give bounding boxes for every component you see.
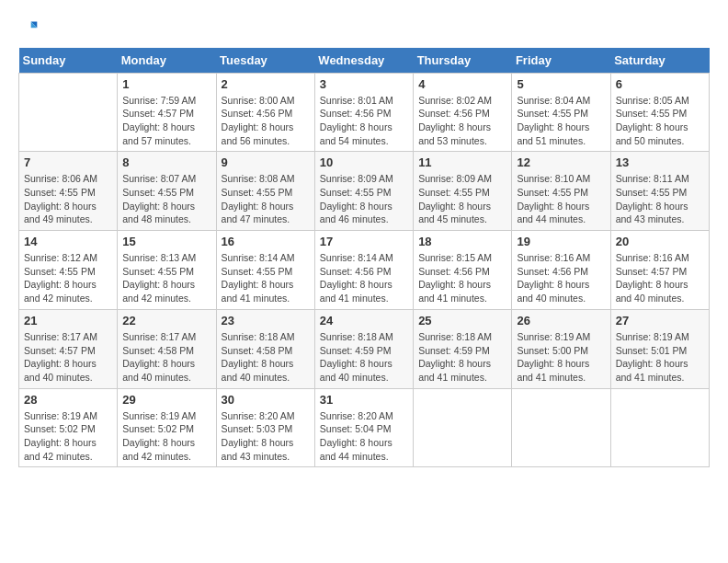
day-info: Sunrise: 7:59 AM Sunset: 4:57 PM Dayligh… <box>122 94 210 148</box>
day-number: 15 <box>122 235 210 248</box>
calendar-cell: 27Sunrise: 8:19 AM Sunset: 5:01 PM Dayli… <box>610 309 709 388</box>
day-info: Sunrise: 8:18 AM Sunset: 4:58 PM Dayligh… <box>222 330 310 385</box>
day-info: Sunrise: 8:12 AM Sunset: 4:55 PM Dayligh… <box>24 251 112 305</box>
calendar-cell: 24Sunrise: 8:18 AM Sunset: 4:59 PM Dayli… <box>314 309 413 388</box>
day-number: 29 <box>122 393 210 407</box>
calendar-cell: 2Sunrise: 8:00 AM Sunset: 4:56 PM Daylig… <box>216 73 314 152</box>
calendar-cell: 16Sunrise: 8:14 AM Sunset: 4:55 PM Dayli… <box>216 231 314 310</box>
day-info: Sunrise: 8:09 AM Sunset: 4:55 PM Dayligh… <box>320 172 408 226</box>
calendar-week-row: 1Sunrise: 7:59 AM Sunset: 4:57 PM Daylig… <box>19 73 710 152</box>
calendar-cell: 1Sunrise: 7:59 AM Sunset: 4:57 PM Daylig… <box>118 73 216 152</box>
calendar-cell: 23Sunrise: 8:18 AM Sunset: 4:58 PM Dayli… <box>216 309 314 388</box>
day-number: 18 <box>418 235 506 248</box>
day-number: 28 <box>24 393 112 407</box>
day-number: 4 <box>418 77 506 91</box>
day-info: Sunrise: 8:14 AM Sunset: 4:55 PM Dayligh… <box>222 251 310 305</box>
day-info: Sunrise: 8:13 AM Sunset: 4:55 PM Dayligh… <box>122 251 210 305</box>
day-info: Sunrise: 8:04 AM Sunset: 4:55 PM Dayligh… <box>517 94 605 148</box>
calendar-cell: 3Sunrise: 8:01 AM Sunset: 4:56 PM Daylig… <box>314 73 413 152</box>
weekday-header-saturday: Saturday <box>610 48 709 74</box>
day-info: Sunrise: 8:05 AM Sunset: 4:55 PM Dayligh… <box>616 94 704 148</box>
day-number: 12 <box>517 155 605 169</box>
day-number: 1 <box>122 77 210 91</box>
day-number: 24 <box>320 314 408 327</box>
day-number: 23 <box>222 314 310 327</box>
day-info: Sunrise: 8:06 AM Sunset: 4:55 PM Dayligh… <box>24 172 112 226</box>
calendar-cell: 4Sunrise: 8:02 AM Sunset: 4:56 PM Daylig… <box>414 73 512 152</box>
day-number: 21 <box>24 314 112 327</box>
calendar-cell: 25Sunrise: 8:18 AM Sunset: 4:59 PM Dayli… <box>414 309 512 388</box>
day-info: Sunrise: 8:19 AM Sunset: 5:02 PM Dayligh… <box>122 409 210 464</box>
day-info: Sunrise: 8:01 AM Sunset: 4:56 PM Dayligh… <box>320 94 408 148</box>
day-info: Sunrise: 8:11 AM Sunset: 4:55 PM Dayligh… <box>616 172 704 226</box>
calendar-week-row: 14Sunrise: 8:12 AM Sunset: 4:55 PM Dayli… <box>19 231 710 310</box>
calendar-cell <box>512 388 610 467</box>
calendar-cell: 26Sunrise: 8:19 AM Sunset: 5:00 PM Dayli… <box>512 309 610 388</box>
calendar-cell: 31Sunrise: 8:20 AM Sunset: 5:04 PM Dayli… <box>314 388 413 467</box>
calendar-cell: 20Sunrise: 8:16 AM Sunset: 4:57 PM Dayli… <box>610 231 709 310</box>
day-number: 20 <box>616 235 704 248</box>
day-info: Sunrise: 8:20 AM Sunset: 5:03 PM Dayligh… <box>222 409 310 464</box>
weekday-header-wednesday: Wednesday <box>314 48 413 74</box>
calendar-cell: 5Sunrise: 8:04 AM Sunset: 4:55 PM Daylig… <box>512 73 610 152</box>
day-info: Sunrise: 8:09 AM Sunset: 4:55 PM Dayligh… <box>418 172 506 226</box>
calendar-cell: 10Sunrise: 8:09 AM Sunset: 4:55 PM Dayli… <box>314 152 413 231</box>
day-info: Sunrise: 8:07 AM Sunset: 4:55 PM Dayligh… <box>122 172 210 226</box>
day-info: Sunrise: 8:17 AM Sunset: 4:58 PM Dayligh… <box>122 330 210 385</box>
calendar-cell: 19Sunrise: 8:16 AM Sunset: 4:56 PM Dayli… <box>512 231 610 310</box>
calendar-cell: 22Sunrise: 8:17 AM Sunset: 4:58 PM Dayli… <box>118 309 216 388</box>
day-info: Sunrise: 8:18 AM Sunset: 4:59 PM Dayligh… <box>418 330 506 385</box>
day-number: 22 <box>122 314 210 327</box>
day-number: 8 <box>122 155 210 169</box>
day-number: 13 <box>616 155 704 169</box>
calendar-cell: 8Sunrise: 8:07 AM Sunset: 4:55 PM Daylig… <box>118 152 216 231</box>
day-number: 11 <box>418 155 506 169</box>
day-number: 2 <box>222 77 310 91</box>
calendar-cell: 9Sunrise: 8:08 AM Sunset: 4:55 PM Daylig… <box>216 152 314 231</box>
calendar-cell <box>610 388 709 467</box>
day-info: Sunrise: 8:02 AM Sunset: 4:56 PM Dayligh… <box>418 94 506 148</box>
calendar-cell: 14Sunrise: 8:12 AM Sunset: 4:55 PM Dayli… <box>19 231 118 310</box>
day-number: 14 <box>24 235 112 248</box>
day-number: 5 <box>517 77 605 91</box>
calendar-cell: 11Sunrise: 8:09 AM Sunset: 4:55 PM Dayli… <box>414 152 512 231</box>
day-number: 25 <box>418 314 506 327</box>
day-info: Sunrise: 8:17 AM Sunset: 4:57 PM Dayligh… <box>24 330 112 385</box>
day-number: 7 <box>24 155 112 169</box>
day-number: 9 <box>222 155 310 169</box>
day-info: Sunrise: 8:15 AM Sunset: 4:56 PM Dayligh… <box>418 251 506 305</box>
day-number: 17 <box>320 235 408 248</box>
day-info: Sunrise: 8:16 AM Sunset: 4:56 PM Dayligh… <box>517 251 605 305</box>
day-info: Sunrise: 8:14 AM Sunset: 4:56 PM Dayligh… <box>320 251 408 305</box>
logo <box>18 18 42 39</box>
day-number: 10 <box>320 155 408 169</box>
day-number: 30 <box>222 393 310 407</box>
calendar-cell: 7Sunrise: 8:06 AM Sunset: 4:55 PM Daylig… <box>19 152 118 231</box>
calendar-cell: 12Sunrise: 8:10 AM Sunset: 4:55 PM Dayli… <box>512 152 610 231</box>
calendar-cell <box>414 388 512 467</box>
calendar-cell: 30Sunrise: 8:20 AM Sunset: 5:03 PM Dayli… <box>216 388 314 467</box>
calendar-cell: 21Sunrise: 8:17 AM Sunset: 4:57 PM Dayli… <box>19 309 118 388</box>
calendar-cell <box>19 73 118 152</box>
calendar-cell: 28Sunrise: 8:19 AM Sunset: 5:02 PM Dayli… <box>19 388 118 467</box>
day-info: Sunrise: 8:19 AM Sunset: 5:01 PM Dayligh… <box>616 330 704 385</box>
day-number: 26 <box>517 314 605 327</box>
weekday-header-friday: Friday <box>512 48 610 74</box>
day-info: Sunrise: 8:16 AM Sunset: 4:57 PM Dayligh… <box>616 251 704 305</box>
weekday-header-tuesday: Tuesday <box>216 48 314 74</box>
weekday-header-thursday: Thursday <box>414 48 512 74</box>
day-info: Sunrise: 8:19 AM Sunset: 5:00 PM Dayligh… <box>517 330 605 385</box>
calendar-week-row: 7Sunrise: 8:06 AM Sunset: 4:55 PM Daylig… <box>19 152 710 231</box>
day-info: Sunrise: 8:19 AM Sunset: 5:02 PM Dayligh… <box>24 409 112 464</box>
calendar-cell: 18Sunrise: 8:15 AM Sunset: 4:56 PM Dayli… <box>414 231 512 310</box>
day-info: Sunrise: 8:08 AM Sunset: 4:55 PM Dayligh… <box>222 172 310 226</box>
calendar-week-row: 21Sunrise: 8:17 AM Sunset: 4:57 PM Dayli… <box>19 309 710 388</box>
day-number: 3 <box>320 77 408 91</box>
calendar-week-row: 28Sunrise: 8:19 AM Sunset: 5:02 PM Dayli… <box>19 388 710 467</box>
day-info: Sunrise: 8:10 AM Sunset: 4:55 PM Dayligh… <box>517 172 605 226</box>
weekday-header-row: SundayMondayTuesdayWednesdayThursdayFrid… <box>19 48 710 74</box>
day-number: 27 <box>616 314 704 327</box>
day-number: 16 <box>222 235 310 248</box>
weekday-header-sunday: Sunday <box>19 48 118 74</box>
weekday-header-monday: Monday <box>118 48 216 74</box>
